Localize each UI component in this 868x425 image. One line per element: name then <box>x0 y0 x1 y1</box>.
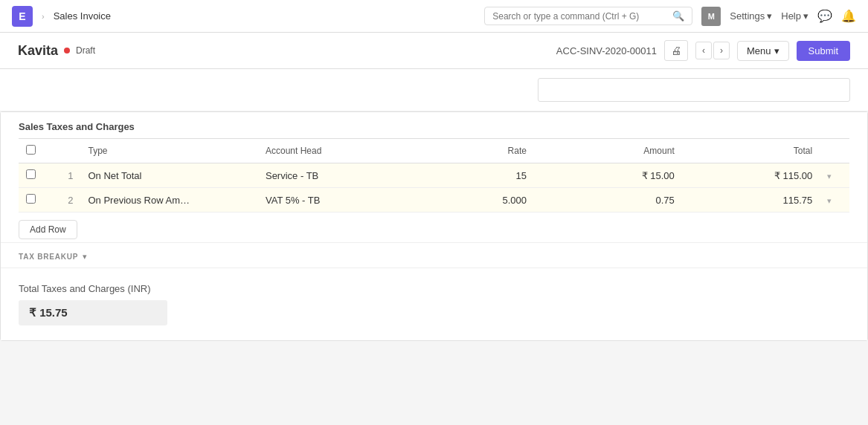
row2-type[interactable]: On Previous Row Am… <box>80 188 258 212</box>
col-header-checkbox <box>19 139 51 163</box>
subheader: Kavita Draft ACC-SINV-2020-00011 🖨 ‹ › M… <box>0 33 868 69</box>
page-title: Kavita <box>18 43 58 59</box>
row2-total[interactable]: 115.75 <box>682 188 820 212</box>
row2-checkbox[interactable] <box>26 194 36 204</box>
row2-checkbox-cell <box>19 188 51 212</box>
tax-breakup-section: TAX BREAKUP ▾ <box>1 242 867 267</box>
total-taxes-value: ₹ 15.75 <box>19 300 167 325</box>
row1-checkbox[interactable] <box>26 169 36 179</box>
settings-button[interactable]: Settings ▾ <box>730 10 772 22</box>
avatar: M <box>701 7 721 26</box>
total-section: Total Taxes and Charges (INR) ₹ 15.75 <box>1 267 867 340</box>
nav-next-button[interactable]: › <box>713 42 730 59</box>
subheader-left: Kavita Draft <box>18 43 95 59</box>
col-header-type: Type <box>80 139 258 163</box>
col-header-num <box>51 139 81 163</box>
row1-num: 1 <box>51 163 81 188</box>
top-input-section <box>0 69 868 111</box>
print-button[interactable]: 🖨 <box>664 40 688 61</box>
brand-logo: E <box>12 6 33 27</box>
tax-breakup-label: TAX BREAKUP <box>19 253 78 261</box>
nav-arrows: ‹ › <box>695 42 730 59</box>
row2-dropdown[interactable]: ▾ <box>820 188 849 212</box>
table-wrapper: Type Account Head Rate Amount Total <box>1 138 867 242</box>
row1-dropdown[interactable]: ▾ <box>820 163 849 188</box>
tax-breakup-header[interactable]: TAX BREAKUP ▾ <box>19 243 849 267</box>
header-checkbox[interactable] <box>26 145 36 155</box>
breadcrumb-page-type[interactable]: Sales Invoice <box>54 10 111 22</box>
help-chevron-icon: ▾ <box>803 10 808 22</box>
col-header-rate: Rate <box>416 139 534 163</box>
row1-checkbox-cell <box>19 163 51 188</box>
add-row-button[interactable]: Add Row <box>19 220 77 239</box>
settings-chevron-icon: ▾ <box>767 10 772 22</box>
table-row: 1 On Net Total Service - TB 15 ₹ 15.00 ₹… <box>19 163 849 188</box>
row2-num: 2 <box>51 188 81 212</box>
row1-dropdown-icon[interactable]: ▾ <box>827 172 832 181</box>
navbar: E › Sales Invoice 🔍 M Settings ▾ Help ▾ … <box>0 0 868 33</box>
top-input-box[interactable] <box>538 78 850 102</box>
row2-dropdown-icon[interactable]: ▾ <box>827 196 832 205</box>
submit-button[interactable]: Submit <box>797 41 850 61</box>
menu-button[interactable]: Menu ▾ <box>737 41 789 61</box>
row2-account-head[interactable]: VAT 5% - TB <box>258 188 416 212</box>
search-input[interactable] <box>492 11 668 22</box>
col-header-total: Total <box>682 139 820 163</box>
sales-taxes-section: Sales Taxes and Charges Type Account Hea… <box>0 111 868 341</box>
page-content: Sales Taxes and Charges Type Account Hea… <box>0 69 868 341</box>
section-title: Sales Taxes and Charges <box>1 112 867 138</box>
row2-amount[interactable]: 0.75 <box>534 188 682 212</box>
search-bar[interactable]: 🔍 <box>484 7 692 25</box>
tax-table: Type Account Head Rate Amount Total <box>19 138 849 212</box>
nav-prev-button[interactable]: ‹ <box>695 42 712 59</box>
col-header-action <box>820 139 849 163</box>
col-header-account-head: Account Head <box>258 139 416 163</box>
row1-type[interactable]: On Net Total <box>80 163 258 188</box>
total-taxes-label: Total Taxes and Charges (INR) <box>19 283 849 294</box>
row1-account-head[interactable]: Service - TB <box>258 163 416 188</box>
row1-total[interactable]: ₹ 115.00 <box>682 163 820 188</box>
menu-chevron-icon: ▾ <box>774 45 779 56</box>
subheader-right: ACC-SINV-2020-00011 🖨 ‹ › Menu ▾ Submit <box>556 40 850 61</box>
tax-breakup-chevron-icon: ▾ <box>83 252 87 262</box>
help-button[interactable]: Help ▾ <box>781 10 808 22</box>
status-badge: Draft <box>76 45 95 56</box>
notification-bell-icon[interactable]: 🔔 <box>841 9 856 23</box>
row2-rate[interactable]: 5.000 <box>416 188 534 212</box>
col-header-amount: Amount <box>534 139 682 163</box>
chat-icon[interactable]: 💬 <box>817 9 832 23</box>
status-dot <box>64 48 70 53</box>
search-icon: 🔍 <box>672 10 684 22</box>
table-row: 2 On Previous Row Am… VAT 5% - TB 5.000 … <box>19 188 849 212</box>
document-id: ACC-SINV-2020-00011 <box>556 45 657 56</box>
row1-rate[interactable]: 15 <box>416 163 534 188</box>
breadcrumb-separator: › <box>42 12 45 21</box>
row1-amount[interactable]: ₹ 15.00 <box>534 163 682 188</box>
